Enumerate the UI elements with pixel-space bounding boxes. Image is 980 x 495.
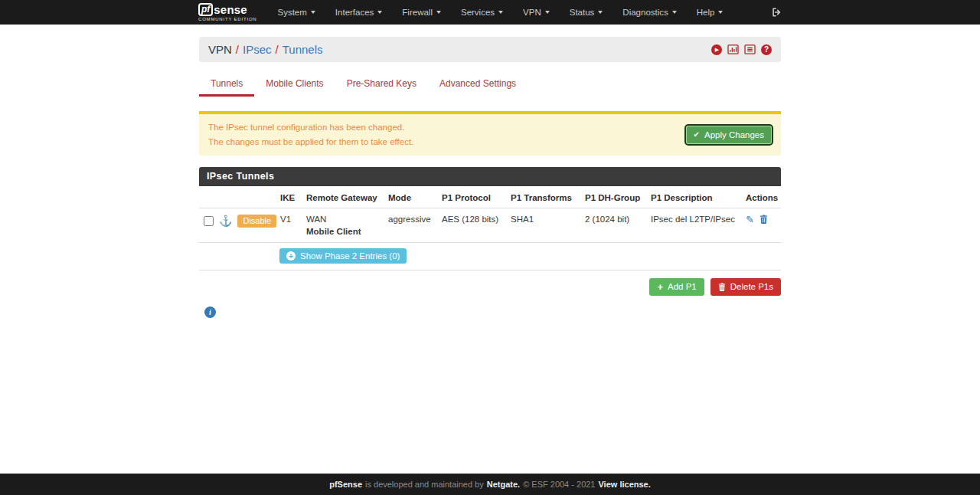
page-tabs: Tunnels Mobile Clients Pre-Shared Keys A…	[199, 71, 781, 97]
cell-p1-transforms: SHA1	[506, 208, 580, 242]
ipsec-tunnels-panel: IPsec Tunnels IKE Remote Gateway Mode P1…	[199, 167, 781, 270]
logo-sense-text: sense	[214, 3, 247, 16]
tab-pre-shared-keys[interactable]: Pre-Shared Keys	[335, 71, 428, 97]
chevron-down-icon	[545, 11, 550, 14]
pfsense-logo[interactable]: pf sense COMMUNITY EDITION	[198, 3, 257, 21]
apply-changes-label: Apply Changes	[704, 130, 764, 139]
breadcrumb-bar: VPN / IPsec / Tunnels ▶	[199, 37, 781, 62]
cell-ike: V1	[276, 208, 302, 242]
anchor-icon[interactable]: ⚓	[219, 215, 232, 226]
remote-gateway-interface: WAN	[306, 215, 379, 224]
check-icon: ✔	[694, 130, 700, 139]
tab-advanced-settings[interactable]: Advanced Settings	[428, 71, 528, 97]
menu-firewall-label: Firewall	[402, 8, 433, 17]
main-menu: System Interfaces Firewall Services VPN …	[268, 0, 733, 25]
row-select-checkbox[interactable]	[204, 216, 214, 226]
apply-changes-alert: The IPsec tunnel configuration has been …	[199, 111, 781, 156]
col-p1-protocol: P1 Protocol	[437, 186, 506, 208]
cell-p1-description: IPsec del L2TP/IPsec	[646, 208, 741, 242]
top-navbar: pf sense COMMUNITY EDITION System Interf…	[0, 0, 980, 25]
chevron-down-icon	[377, 11, 382, 14]
chevron-down-icon	[718, 11, 723, 14]
add-p1-label: Add P1	[668, 282, 697, 291]
edit-pencil-icon[interactable]: ✎	[746, 215, 754, 225]
menu-diagnostics-label: Diagnostics	[622, 8, 668, 17]
plus-circle-icon: +	[286, 251, 296, 261]
cell-p1-dh-group: 2 (1024 bit)	[580, 208, 646, 242]
tunnels-table: IKE Remote Gateway Mode P1 Protocol P1 T…	[199, 186, 781, 270]
trash-icon	[718, 283, 726, 291]
tab-tunnels[interactable]: Tunnels	[199, 71, 254, 97]
footer: pfSense is developed and maintained by N…	[0, 474, 980, 495]
alert-message: The IPsec tunnel configuration has been …	[208, 120, 413, 149]
menu-vpn-label: VPN	[523, 8, 541, 17]
delete-p1s-label: Delete P1s	[730, 282, 773, 291]
col-remote-gateway: Remote Gateway	[302, 186, 384, 208]
footer-brand: pfSense	[329, 480, 362, 489]
col-ike: IKE	[276, 186, 302, 208]
help-icon[interactable]: ?	[761, 44, 772, 55]
breadcrumb-separator: /	[272, 43, 283, 56]
cell-mode: aggressive	[384, 208, 437, 242]
footer-view-license-link[interactable]: View license.	[598, 480, 650, 489]
footer-text-1: is developed and maintained by	[365, 480, 484, 489]
menu-system-label: System	[278, 8, 307, 17]
menu-services[interactable]: Services	[451, 0, 513, 25]
col-actions: Actions	[741, 186, 781, 208]
col-p1-transforms: P1 Transforms	[506, 186, 580, 208]
status-service-play-icon[interactable]: ▶	[711, 44, 722, 55]
apply-changes-button[interactable]: ✔ Apply Changes	[686, 126, 772, 144]
menu-status-label: Status	[570, 8, 595, 17]
footer-copyright: © ESF 2004 - 2021	[523, 480, 595, 489]
remote-gateway-detail: Mobile Client	[306, 227, 379, 236]
chevron-down-icon	[498, 11, 503, 14]
delete-p1s-button[interactable]: Delete P1s	[710, 278, 781, 296]
delete-trash-icon[interactable]	[760, 215, 768, 224]
breadcrumb-link-ipsec[interactable]: IPsec	[243, 43, 272, 56]
show-phase2-button[interactable]: + Show Phase 2 Entries (0)	[279, 248, 407, 264]
menu-help-label: Help	[697, 8, 715, 17]
breadcrumb-link-tunnels[interactable]: Tunnels	[283, 43, 323, 56]
question-glyph: ?	[764, 46, 769, 54]
show-phase2-label: Show Phase 2 Entries (0)	[300, 251, 400, 261]
menu-interfaces[interactable]: Interfaces	[325, 0, 393, 25]
chevron-down-icon	[672, 11, 677, 14]
logo-pf-badge: pf	[198, 3, 213, 16]
alert-line-2: The changes must be applied for them to …	[208, 135, 413, 149]
col-p1-description: P1 Description	[646, 186, 741, 208]
menu-help[interactable]: Help	[687, 0, 733, 25]
plus-icon: +	[657, 282, 663, 292]
menu-vpn[interactable]: VPN	[513, 0, 560, 25]
logout-icon[interactable]	[771, 7, 782, 18]
cell-remote-gateway: WAN Mobile Client	[302, 208, 384, 242]
menu-status[interactable]: Status	[560, 0, 613, 25]
phase2-toggle-row: + Show Phase 2 Entries (0)	[199, 242, 781, 270]
table-row: ⚓ Disable V1 WAN Mobile Client aggressiv…	[199, 208, 781, 242]
alert-line-1: The IPsec tunnel configuration has been …	[208, 120, 413, 135]
col-mode: Mode	[384, 186, 437, 208]
breadcrumb-separator: /	[232, 43, 243, 56]
log-list-icon[interactable]	[744, 44, 756, 54]
footer-netgate-link[interactable]: Netgate.	[487, 480, 520, 489]
col-controls	[199, 186, 276, 208]
panel-title: IPsec Tunnels	[199, 167, 781, 186]
breadcrumb: VPN / IPsec / Tunnels	[208, 43, 323, 56]
info-glyph: i	[209, 308, 211, 316]
logo-edition-text: COMMUNITY EDITION	[198, 17, 257, 21]
disable-button[interactable]: Disable	[237, 215, 276, 228]
add-p1-button[interactable]: + Add P1	[649, 278, 704, 296]
tab-mobile-clients[interactable]: Mobile Clients	[254, 71, 335, 97]
breadcrumb-section: VPN	[208, 43, 232, 56]
table-header-row: IKE Remote Gateway Mode P1 Protocol P1 T…	[199, 186, 781, 208]
menu-interfaces-label: Interfaces	[335, 8, 374, 17]
menu-system[interactable]: System	[268, 0, 325, 25]
status-graph-icon[interactable]	[727, 44, 739, 54]
menu-services-label: Services	[461, 8, 495, 17]
info-icon[interactable]: i	[204, 307, 216, 318]
chevron-down-icon	[311, 11, 315, 14]
chevron-down-icon	[436, 11, 441, 14]
menu-diagnostics[interactable]: Diagnostics	[612, 0, 686, 25]
menu-firewall[interactable]: Firewall	[392, 0, 451, 25]
col-p1-dh-group: P1 DH-Group	[580, 186, 646, 208]
cell-p1-protocol: AES (128 bits)	[437, 208, 506, 242]
